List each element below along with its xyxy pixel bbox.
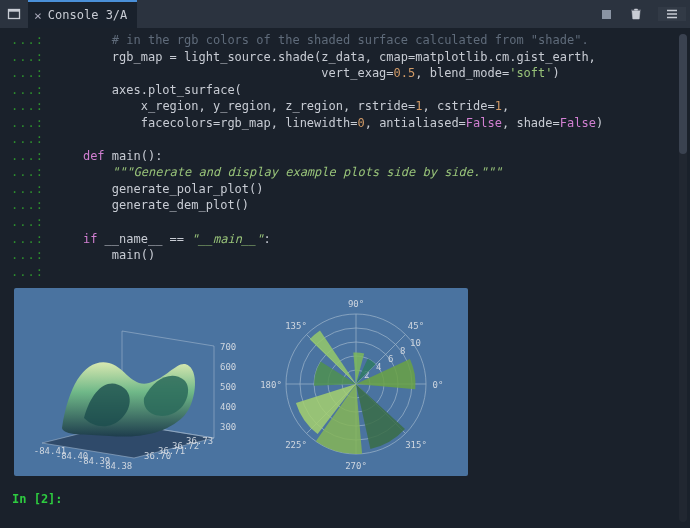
svg-text:45°: 45° — [408, 321, 424, 331]
output-figure: 700 600 500 400 300 36.73 36.72 36.71 36… — [14, 288, 468, 476]
svg-text:135°: 135° — [285, 321, 307, 331]
close-icon[interactable]: × — [34, 9, 42, 22]
title-bar: × Console 3/A — [0, 0, 690, 28]
svg-text:0°: 0° — [433, 380, 444, 390]
polar-plot: 0° 45° 90° 135° 180° 225° 270° 315° 2 4 … — [260, 299, 443, 471]
stop-icon[interactable] — [592, 8, 620, 21]
prompt-label: In [2]: — [6, 490, 63, 508]
tab-label: Console 3/A — [48, 8, 127, 22]
console-body: ...: # in the rgb colors of the shaded s… — [0, 28, 690, 528]
input-prompt[interactable]: In [2]: — [6, 486, 672, 508]
svg-text:700: 700 — [220, 342, 236, 352]
tab-console[interactable]: × Console 3/A — [28, 0, 137, 28]
svg-text:6: 6 — [388, 354, 393, 364]
svg-text:270°: 270° — [345, 461, 367, 471]
svg-text:-84.38: -84.38 — [100, 461, 133, 471]
svg-text:225°: 225° — [285, 440, 307, 450]
svg-text:36.70: 36.70 — [144, 451, 171, 461]
trash-icon[interactable] — [622, 7, 650, 21]
svg-text:300: 300 — [220, 422, 236, 432]
svg-text:8: 8 — [400, 346, 405, 356]
svg-text:180°: 180° — [260, 380, 282, 390]
svg-text:600: 600 — [220, 362, 236, 372]
code-text: rgb_map = light_source.shade(z_data, cma… — [112, 50, 596, 64]
svg-text:10: 10 — [410, 338, 421, 348]
code-comment: # in the rgb colors of the shaded surfac… — [112, 33, 589, 47]
svg-text:500: 500 — [220, 382, 236, 392]
svg-text:315°: 315° — [405, 440, 427, 450]
menu-icon[interactable] — [658, 7, 686, 21]
scrollbar-thumb[interactable] — [679, 34, 687, 154]
svg-rect-1 — [9, 10, 20, 12]
svg-text:400: 400 — [220, 402, 236, 412]
svg-text:4: 4 — [376, 362, 381, 372]
svg-rect-2 — [602, 10, 611, 19]
surface-plot: 700 600 500 400 300 36.73 36.72 36.71 36… — [34, 331, 237, 471]
svg-text:90°: 90° — [348, 299, 364, 309]
output-area[interactable]: ...: # in the rgb colors of the shaded s… — [6, 32, 672, 522]
window-icon[interactable] — [0, 7, 28, 21]
code-text: axes.plot_surface( — [112, 83, 242, 97]
code-docstring: """Generate and display example plots si… — [112, 165, 502, 179]
